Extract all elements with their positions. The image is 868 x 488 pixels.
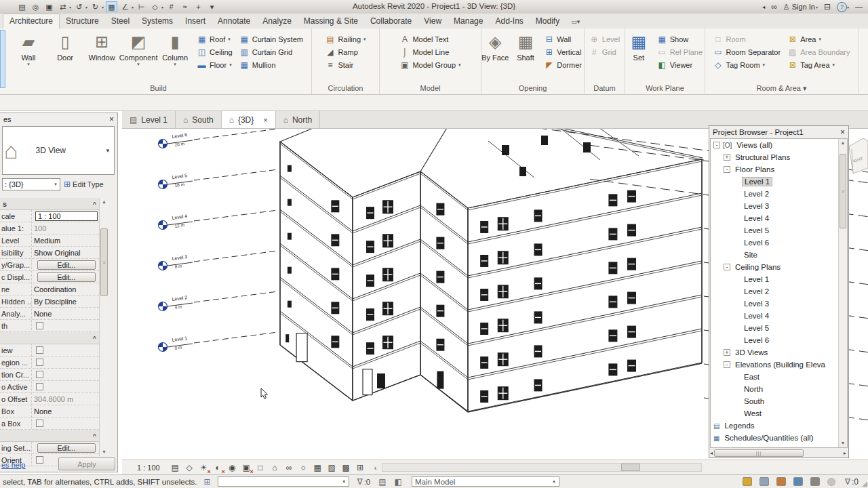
- visual-style-icon[interactable]: ◇: [184, 462, 195, 473]
- tree-expander-icon[interactable]: -: [724, 361, 730, 368]
- ribbon-tab-systems[interactable]: Systems: [136, 14, 179, 28]
- tree-item-level-2[interactable]: Level 2: [711, 285, 847, 298]
- detail-level-icon[interactable]: ▤: [170, 462, 181, 473]
- ribbon-button-stair[interactable]: ≡Stair: [323, 58, 368, 71]
- property-text[interactable]: None: [34, 310, 52, 318]
- thin-lines-icon[interactable]: ≈: [179, 1, 191, 12]
- tree-item-west[interactable]: West: [711, 407, 847, 420]
- ribbon-button-mullion[interactable]: ▦Mullion: [237, 58, 305, 71]
- ribbon-tab-view[interactable]: View: [418, 14, 448, 28]
- ribbon-button-dormer[interactable]: ◤Dormer: [542, 58, 584, 71]
- measure-icon[interactable]: ∠: [119, 1, 131, 12]
- select-by-face-icon[interactable]: [793, 477, 803, 486]
- reveal-constraints-icon[interactable]: ⊞: [355, 462, 366, 473]
- view-tab-level-1[interactable]: ▤Level 1: [122, 111, 176, 128]
- property-checkbox[interactable]: [36, 456, 43, 464]
- select-underlay-icon[interactable]: [760, 477, 769, 486]
- property-text[interactable]: Coordination: [34, 285, 76, 293]
- tree-item-legends[interactable]: ▤Legends: [711, 420, 847, 432]
- tree-expander-icon[interactable]: -: [713, 142, 720, 148]
- select-pinned-icon[interactable]: [776, 477, 786, 486]
- tree-item-ceiling-plans[interactable]: -Ceiling Plans: [711, 261, 847, 273]
- browser-hscrollbar[interactable]: ◂ ||| ▸: [710, 448, 848, 458]
- reveal-hidden-icon[interactable]: ○: [298, 462, 309, 473]
- ribbon-button-model-text[interactable]: AModel Text: [397, 33, 462, 45]
- ribbon-button-model-line[interactable]: ⌡Model Line: [397, 45, 462, 58]
- ribbon-button-by-face[interactable]: ◈By Face: [481, 30, 509, 62]
- browser-scroll-down-icon[interactable]: ▼: [839, 439, 847, 447]
- browser-hscroll-right-icon[interactable]: ▸: [844, 450, 846, 456]
- redo-icon[interactable]: ↻: [90, 1, 101, 12]
- worksharing-display-icon[interactable]: ▤: [378, 477, 386, 487]
- tree-item-level-1[interactable]: Level 1: [711, 176, 847, 188]
- sync-icon[interactable]: ⇄: [57, 1, 68, 12]
- apply-button[interactable]: Apply: [58, 458, 115, 470]
- ribbon-button-ceiling[interactable]: ◫Ceiling: [195, 45, 235, 58]
- shadows-icon[interactable]: ◐: [212, 462, 224, 473]
- ribbon-button-set[interactable]: ▦Set: [625, 30, 652, 62]
- ribbon-tab-collaborate[interactable]: Collaborate: [364, 14, 418, 28]
- project-browser-close-icon[interactable]: ×: [840, 127, 845, 137]
- ribbon-button-area[interactable]: ⊠Area▾: [785, 33, 852, 45]
- ribbon-button-tag-area[interactable]: ⊠Tag Area▾: [785, 58, 852, 71]
- tree-item-3d-views[interactable]: +3D Views: [711, 346, 847, 359]
- tree-item-site[interactable]: Site: [711, 249, 847, 261]
- ribbon-button-wall[interactable]: ▰Wall▾: [12, 30, 45, 67]
- ribbon-button-viewer[interactable]: ◧Viewer: [655, 58, 705, 71]
- tree-item-level-6[interactable]: Level 6: [711, 334, 847, 346]
- property-checkbox[interactable]: [36, 371, 43, 378]
- property-text[interactable]: 100: [34, 224, 46, 232]
- ribbon-button-tag-room[interactable]: ◇Tag Room▾: [711, 58, 783, 71]
- type-combobox[interactable]: : {3D} ▼: [2, 178, 60, 190]
- tree-expander-icon[interactable]: -: [724, 166, 730, 173]
- modify-icon[interactable]: ▦: [106, 1, 117, 12]
- browser-scroll-thumb[interactable]: ≡: [840, 154, 846, 228]
- level-marker-level-3[interactable]: Level 38 m: [159, 251, 279, 270]
- tree-item-north[interactable]: North: [711, 383, 847, 395]
- tree-item-level-5[interactable]: Level 5: [711, 224, 847, 237]
- ribbon-button-railing[interactable]: ▤Railing▾: [323, 33, 368, 45]
- edit-button[interactable]: Edit...: [37, 272, 96, 282]
- browser-scrollbar[interactable]: ▲ ≡ ▼: [838, 139, 847, 447]
- tree-item-level-5[interactable]: Level 5: [711, 322, 847, 334]
- editable-only-icon[interactable]: ∇: [357, 477, 363, 487]
- level-markers[interactable]: Level 620 mLevel 516 mLevel 412 mLevel 3…: [159, 129, 279, 352]
- help-icon[interactable]: ?: [837, 2, 847, 12]
- ribbon-tab-add-ins[interactable]: Add-Ins: [489, 14, 529, 28]
- ribbon-button-model-group[interactable]: ▣Model Group▾: [397, 58, 462, 71]
- view-tab-close-icon[interactable]: ×: [263, 116, 267, 124]
- ribbon-button-wall[interactable]: ⊟Wall: [542, 33, 584, 45]
- rendering-dialog-icon[interactable]: ◉: [226, 462, 238, 473]
- level-marker-level-5[interactable]: Level 516 m: [159, 169, 279, 189]
- crop-view-icon[interactable]: ▣: [241, 462, 252, 473]
- tree-item-elevations-building-eleva[interactable]: -Elevations (Building Eleva: [711, 359, 847, 371]
- tree-expander-icon[interactable]: +: [724, 349, 730, 356]
- scroll-up-icon[interactable]: ▲: [100, 198, 108, 206]
- tree-item-south[interactable]: South: [711, 395, 847, 407]
- browser-hscroll-thumb[interactable]: |||: [714, 449, 804, 457]
- view-tab-south[interactable]: ⌂South: [176, 111, 222, 128]
- scroll-down-icon[interactable]: ▼: [100, 448, 108, 456]
- ribbon-button-curtain-grid[interactable]: ▥Curtain Grid: [237, 45, 305, 58]
- ribbon-tab-annotate[interactable]: Annotate: [212, 14, 256, 28]
- ribbon-button-vertical[interactable]: ⊞Vertical: [542, 45, 584, 58]
- tree-item-level-1[interactable]: Level 1: [711, 273, 847, 285]
- aligned-dimension-icon[interactable]: ⊢: [136, 1, 147, 12]
- property-input[interactable]: 1 : 100: [35, 211, 98, 221]
- open-icon[interactable]: ▤: [16, 1, 28, 12]
- property-checkbox[interactable]: [36, 359, 43, 366]
- ribbon-button-door[interactable]: ▯Door: [48, 30, 82, 62]
- press-drag-icon[interactable]: ⊞: [204, 477, 211, 487]
- panel-label-room-area[interactable]: Room & Area ▾: [705, 84, 858, 94]
- browser-scroll-up-icon[interactable]: ▲: [839, 139, 847, 147]
- level-marker-level-1[interactable]: Level 10 m: [159, 332, 279, 352]
- ribbon-button-window[interactable]: ⊞Window: [85, 30, 119, 62]
- cart-icon[interactable]: ⊟: [824, 2, 831, 12]
- sun-path-icon[interactable]: ☀: [198, 462, 210, 473]
- displacement-sets-icon[interactable]: ▩: [340, 462, 352, 473]
- qat-overflow-icon[interactable]: ▾: [206, 1, 218, 12]
- property-text[interactable]: None: [34, 407, 52, 415]
- sign-in-button[interactable]: ♙ Sign In ▾: [783, 3, 818, 12]
- save-icon[interactable]: ▣: [43, 1, 55, 12]
- section-collapse-icon[interactable]: ^: [93, 335, 96, 342]
